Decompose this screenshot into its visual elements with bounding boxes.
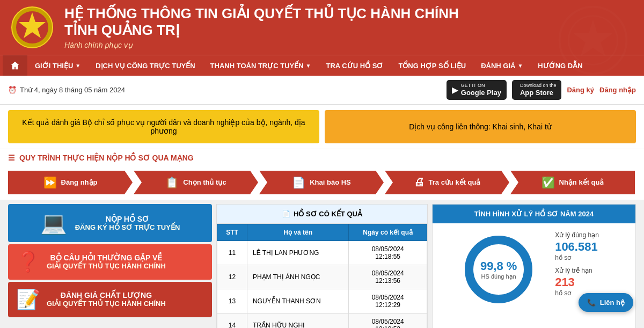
header-subtitle: Hành chính phục vụ — [64, 41, 459, 49]
on-time-count: 106.581 — [555, 240, 599, 254]
header-title-line1: HỆ THỐNG THÔNG TIN GIẢI QUYẾT THỦ TỤC HÀ… — [64, 5, 459, 21]
row-name: NGUYỄN THANH SƠN — [247, 289, 348, 313]
eval-title: ĐÁNH GIÁ CHẤT LƯỢNG — [47, 291, 166, 300]
laptop-icon: 💻 — [40, 210, 67, 236]
nop-ho-so-subtitle: ĐĂNG KÝ HỒ SƠ TRỰC TUYẾN — [75, 223, 180, 231]
header: HỆ THỐNG THÔNG TIN GIẢI QUYẾT THỦ TỤC HÀ… — [0, 0, 644, 55]
nop-ho-so-title: NỘP HỒ SƠ — [75, 215, 180, 223]
login-link[interactable]: Đăng nhập — [599, 86, 636, 94]
late-label: Xử lý trễ hạn — [555, 267, 599, 274]
step-5[interactable]: ✅ Nhận kết quả — [510, 171, 635, 194]
dropdown-arrow-3: ▼ — [517, 63, 523, 69]
main-content: 💻 NỘP HỒ SƠ ĐĂNG KÝ HỒ SƠ TRỰC TUYẾN ❓ B… — [0, 200, 644, 328]
home-icon — [10, 61, 20, 70]
faq-subtitle: GIẢI QUYẾT THỦ TỤC HÀNH CHÍNH — [47, 262, 166, 270]
late-stat: Xử lý trễ hạn 213 hồ sơ — [555, 267, 599, 297]
nav-tra-cuu[interactable]: TRA CỨU HỒ SƠ — [319, 56, 391, 75]
step-1-label: Đăng nhập — [61, 178, 98, 186]
row-stt: 13 — [217, 289, 247, 313]
col-date: Ngày có kết quả — [349, 224, 427, 240]
date-text: Thứ 4, ngày 8 tháng 05 năm 2024 — [20, 86, 125, 94]
nav-danh-gia[interactable]: ĐÁNH GIÁ ▼ — [473, 56, 530, 75]
table-row: 12 PHẠM THỊ ÁNH NGỌC 08/05/202412:13:56 — [217, 265, 427, 289]
row-date: 08/05/202412:12:29 — [349, 289, 427, 313]
faq-icon: ❓ — [16, 251, 40, 273]
step-4-icon: 🖨 — [414, 176, 425, 188]
col-stt: STT — [217, 224, 247, 240]
step-2-icon: 📋 — [165, 176, 179, 189]
on-time-unit: hồ sơ — [555, 254, 599, 261]
step-4-label: Tra cứu kết quả — [429, 178, 481, 186]
step-3-label: Khai báo HS — [310, 178, 351, 186]
nav-thanh-toan[interactable]: THANH TOÁN TRỰC TUYẾN ▼ — [203, 56, 319, 75]
google-play-label: Google Play — [461, 89, 501, 97]
nav-huong-dan[interactable]: HƯỚNG DẪN — [530, 56, 590, 75]
app-store-label: App Store — [520, 89, 557, 97]
faq-btn[interactable]: ❓ BỘ CÂU HỎI THƯỜNG GẶP VỀ GIẢI QUYẾT TH… — [8, 244, 212, 280]
table-row: 13 NGUYỄN THANH SƠN 08/05/202412:12:29 — [217, 289, 427, 313]
banner-section: Kết quả đánh giá Bộ chỉ số phục vụ người… — [0, 105, 644, 149]
step-4[interactable]: 🖨 Tra cứu kết quả — [385, 171, 509, 194]
step-5-icon: ✅ — [541, 176, 555, 189]
nav-dich-vu-cong[interactable]: DỊCH VỤ CÔNG TRỰC TUYẾN — [88, 56, 202, 75]
table-title: HỒ SƠ CÓ KẾT QUẢ — [294, 210, 362, 218]
middle-panel: 📄 HỒ SƠ CÓ KẾT QUẢ STT Họ và tên Ngày có… — [216, 204, 428, 328]
late-count: 213 — [555, 275, 599, 289]
nav-home[interactable] — [3, 55, 27, 76]
table-header: 📄 HỒ SƠ CÓ KẾT QUẢ — [217, 205, 427, 224]
banner-left[interactable]: Kết quả đánh giá Bộ chỉ số phục vụ người… — [8, 110, 319, 143]
row-stt: 14 — [217, 313, 247, 328]
donut-sublabel: HS đúng hạn — [480, 273, 517, 280]
left-panel: 💻 NỘP HỒ SƠ ĐĂNG KÝ HỒ SƠ TRỰC TUYẾN ❓ B… — [8, 204, 212, 328]
on-time-label: Xử lý đúng hạn — [555, 231, 599, 239]
table-row: 14 TRẦN HỮU NGHỊ 08/05/202412:10:52 — [217, 313, 427, 328]
logo — [11, 6, 54, 49]
nop-ho-so-btn[interactable]: 💻 NỘP HỒ SƠ ĐĂNG KÝ HỒ SƠ TRỰC TUYẾN — [8, 204, 212, 242]
header-text: HỆ THỐNG THÔNG TIN GIẢI QUYẾT THỦ TỤC HÀ… — [64, 5, 459, 49]
section-title: ☰ QUY TRÌNH THỰC HIỆN NỘP HỒ SƠ QUA MẠNG — [0, 149, 644, 166]
date-display: ⏰ Thứ 4, ngày 8 tháng 05 năm 2024 — [8, 86, 125, 94]
contact-float[interactable]: 📞 Liên hệ — [579, 293, 633, 312]
info-bar: ⏰ Thứ 4, ngày 8 tháng 05 năm 2024 ▶ GET … — [0, 76, 644, 104]
google-play-btn[interactable]: ▶ GET IT ON Google Play — [447, 80, 507, 99]
donut-label: 99,8 % HS đúng hạn — [480, 259, 517, 280]
eval-subtitle: GIẢI QUYẾT THỦ TỤC HÀNH CHÍNH — [47, 300, 166, 308]
row-date: 08/05/202412:10:52 — [349, 313, 427, 328]
eval-icon: 📝 — [16, 288, 40, 311]
row-name: LÊ THỊ LAN PHƯƠNG — [247, 240, 348, 265]
header-title-line2: TỈNH QUẢNG TRỊ — [64, 22, 180, 38]
process-steps: ⏩ Đăng nhập 📋 Chọn thủ tục 📄 Khai báo HS… — [0, 166, 644, 200]
table-icon: 📄 — [282, 210, 290, 218]
contact-label: Liên hệ — [600, 298, 625, 307]
step-2-label: Chọn thủ tục — [183, 178, 226, 186]
app-store-btn[interactable]: Download on the App Store — [512, 80, 562, 99]
col-name: Họ và tên — [247, 224, 348, 240]
navbar: GIỚI THIỆU ▼ DỊCH VỤ CÔNG TRỰC TUYẾN THA… — [0, 55, 644, 76]
donut-chart: 99,8 % HS đúng hạn — [461, 232, 536, 307]
row-date: 08/05/202412:13:56 — [349, 265, 427, 289]
row-stt: 12 — [217, 265, 247, 289]
step-1[interactable]: ⏩ Đăng nhập — [8, 171, 133, 194]
on-time-stat: Xử lý đúng hạn 106.581 hồ sơ — [555, 231, 599, 261]
step-2[interactable]: 📋 Chọn thủ tục — [134, 171, 258, 194]
dropdown-arrow-2: ▼ — [306, 63, 311, 69]
eval-btn[interactable]: 📝 ĐÁNH GIÁ CHẤT LƯỢNG GIẢI QUYẾT THỦ TỤC… — [8, 282, 212, 317]
nav-tong-hop[interactable]: TỔNG HỢP SỐ LIỆU — [391, 56, 473, 75]
table-row: 11 LÊ THỊ LAN PHƯƠNG 08/05/202412:18:55 — [217, 240, 427, 265]
stats-title: TÌNH HÌNH XỬ LÝ HỒ SƠ NĂM 2024 — [433, 205, 635, 223]
donut-percent: 99,8 % — [480, 259, 517, 273]
register-link[interactable]: Đăng ký — [567, 86, 594, 94]
nav-gioi-thieu[interactable]: GIỚI THIỆU ▼ — [27, 56, 88, 75]
dropdown-arrow: ▼ — [75, 63, 80, 69]
step-5-label: Nhận kết quả — [559, 178, 604, 186]
step-3[interactable]: 📄 Khai báo HS — [259, 171, 384, 194]
step-3-icon: 📄 — [292, 176, 305, 189]
phone-icon: 📞 — [587, 298, 596, 307]
step-1-icon: ⏩ — [43, 176, 57, 189]
svg-marker-5 — [574, 19, 613, 56]
faq-title: BỘ CÂU HỎI THƯỜNG GẶP VỀ — [47, 253, 166, 262]
list-icon: ☰ — [8, 154, 15, 162]
row-name: PHẠM THỊ ÁNH NGỌC — [247, 265, 348, 289]
banner-right[interactable]: Dịch vụ công liên thông: Khai sinh, Khai… — [325, 110, 636, 143]
row-name: TRẦN HỮU NGHỊ — [247, 313, 348, 328]
